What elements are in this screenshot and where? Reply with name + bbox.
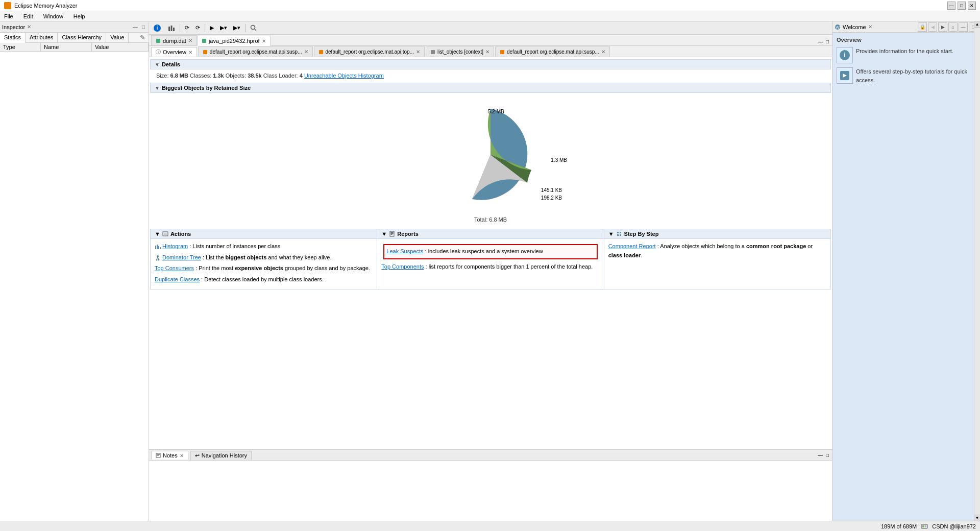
file-icon [156, 38, 161, 43]
center-content-wrapper: ▼ Details Size: 6.8 MB Classes: 1.3k Obj… [149, 57, 832, 531]
tab-default-report-3[interactable]: default_report org.eclipse.mat.api:susp.… [495, 46, 610, 57]
reports-header[interactable]: ▼ Reports [377, 229, 603, 239]
home-icon[interactable]: ⌂ [948, 22, 958, 32]
component-report-link[interactable]: Component Report [608, 243, 656, 249]
classloader-label: Class Loader: [263, 73, 300, 79]
vscroll-track[interactable] [974, 28, 980, 515]
menu-edit[interactable]: Edit [21, 12, 35, 20]
steps-header[interactable]: ▼ Step By Step [604, 229, 830, 239]
welcome-close[interactable]: ✕ [868, 24, 872, 30]
tab-notes[interactable]: Notes ✕ [151, 451, 188, 460]
actions-icon [162, 231, 168, 237]
memory-status: 189M of 689M [881, 523, 917, 529]
tab-report3-close[interactable]: ✕ [601, 49, 605, 55]
tab-dump-close[interactable]: ✕ [188, 38, 192, 43]
gc-icon[interactable] [921, 523, 928, 530]
report3-icon [500, 50, 505, 55]
menu-file[interactable]: File [2, 12, 15, 20]
tab-value[interactable]: Value [106, 33, 129, 42]
top-consumers-link[interactable]: Top Consumers [155, 265, 194, 271]
back-arrow[interactable]: ◀ [928, 22, 937, 32]
tab-report1-close[interactable]: ✕ [304, 49, 308, 55]
minimize-right[interactable]: — [959, 22, 968, 32]
action-duplicate: Duplicate Classes : Detect classes loade… [155, 275, 373, 284]
inspector-add-icon[interactable]: ✎ [137, 33, 149, 42]
toolbar-chart-btn[interactable] [165, 23, 178, 33]
svg-rect-25 [391, 233, 394, 234]
tutorials-item-icon [837, 67, 853, 84]
objects-label: Objects: [226, 73, 248, 79]
actions-header[interactable]: ▼ Actions [151, 229, 377, 239]
svg-point-22 [158, 259, 160, 260]
vscroll-down[interactable]: ▼ [974, 515, 980, 521]
toolbar-run-btn[interactable]: ▶ [207, 23, 216, 33]
svg-rect-28 [620, 232, 621, 233]
main-layout: Inspector ✕ — □ Statics Attributes Class… [0, 21, 980, 531]
tab-hprof[interactable]: java_pid29432.hprof ✕ [197, 36, 271, 46]
histogram-link[interactable]: Histogram [162, 243, 188, 249]
svg-text:W: W [836, 25, 840, 30]
actions-arrow: ▼ [155, 231, 160, 237]
toolbar-run2-btn[interactable]: ▶▾ [217, 23, 230, 33]
tab-nav-history[interactable]: ↩ Navigation History [190, 451, 252, 460]
maximize-button[interactable]: □ [958, 2, 966, 10]
details-section-header[interactable]: ▼ Details [150, 59, 831, 69]
report2-icon [318, 50, 324, 55]
inspector-maximize[interactable]: □ [140, 23, 146, 30]
lock-icon[interactable]: 🔒 [918, 22, 927, 32]
tutorials-svg [839, 69, 851, 82]
leak-suspects-link[interactable]: Leak Suspects [386, 248, 423, 254]
tab-listobj-close[interactable]: ✕ [485, 49, 489, 55]
dominator-link[interactable]: Dominator Tree [162, 254, 201, 260]
toolbar-refresh-btn[interactable]: ⟳ [182, 23, 192, 33]
welcome-icon: W [835, 24, 841, 30]
content-tab-strip: ⓘ Overview ✕ default_report org.eclipse.… [149, 46, 832, 57]
bottom-minimize[interactable]: — [817, 451, 824, 459]
welcome-title: Welcome [843, 24, 866, 30]
classes-label: Classes: [190, 73, 213, 79]
notes-icon [156, 453, 161, 458]
tab-overview-close[interactable]: ✕ [188, 50, 192, 55]
tab-minimize[interactable]: — [817, 38, 824, 45]
tab-dump-dat[interactable]: dump.dat ✕ [151, 35, 197, 45]
bottom-maximize[interactable]: □ [825, 451, 830, 459]
inspector-minimize[interactable]: — [131, 23, 139, 30]
tab-list-objects[interactable]: list_objects [context] ✕ [426, 46, 494, 57]
unreachable-link[interactable]: Unreachable Objects Histogram [304, 73, 384, 79]
notes-close[interactable]: ✕ [180, 453, 184, 458]
top-components-link[interactable]: Top Components [381, 263, 424, 270]
tab-overview[interactable]: ⓘ Overview ✕ [151, 47, 197, 57]
tab-report3-label: default_report org.eclipse.mat.api:susp.… [507, 49, 599, 55]
tab-report2-close[interactable]: ✕ [416, 49, 420, 55]
tab-default-report-2[interactable]: default_report org.eclipse.mat.api:top..… [314, 46, 425, 57]
toolbar-search-btn[interactable] [248, 23, 259, 33]
menu-help[interactable]: Help [71, 12, 87, 20]
tab-statics[interactable]: Statics [0, 33, 26, 43]
tab-hprof-close[interactable]: ✕ [262, 38, 266, 44]
menu-window[interactable]: Window [41, 12, 65, 20]
inspector-close-icon[interactable]: ✕ [27, 24, 31, 30]
toolbar-refresh2-btn[interactable]: ⟳ [193, 23, 203, 33]
tab-attributes[interactable]: Attributes [26, 33, 58, 42]
biggest-arrow: ▼ [155, 85, 160, 91]
minimize-button[interactable]: — [947, 2, 955, 10]
pie-chart-area: 5.2 MB 1.3 MB 145.1 KB 198.2 KB [149, 94, 832, 216]
toolbar-run3-btn[interactable]: ▶▾ [231, 23, 243, 33]
vscroll-up[interactable]: ▲ [974, 21, 980, 28]
tab-default-report-1[interactable]: default_report org.eclipse.mat.api:susp.… [198, 46, 313, 57]
dominator-desc: : List the biggest objects and what they… [203, 254, 332, 260]
biggest-objects-header[interactable]: ▼ Biggest Objects by Retained Size [150, 83, 831, 93]
menu-bar: File Edit Window Help [0, 11, 980, 21]
forward-arrow[interactable]: ▶ [938, 22, 947, 32]
toolbar-info-btn[interactable]: i [151, 23, 164, 33]
svg-rect-41 [925, 525, 926, 527]
svg-point-21 [156, 259, 158, 260]
tab-class-hierarchy[interactable]: Class Hierarchy [58, 33, 106, 42]
title-bar-controls[interactable]: — □ ✕ [947, 2, 976, 10]
close-button[interactable]: ✕ [968, 2, 976, 10]
svg-rect-32 [157, 454, 160, 455]
svg-rect-12 [164, 233, 167, 233]
tab-maximize[interactable]: □ [825, 38, 830, 45]
col-type: Type [0, 43, 41, 51]
duplicate-link[interactable]: Duplicate Classes [155, 276, 200, 282]
